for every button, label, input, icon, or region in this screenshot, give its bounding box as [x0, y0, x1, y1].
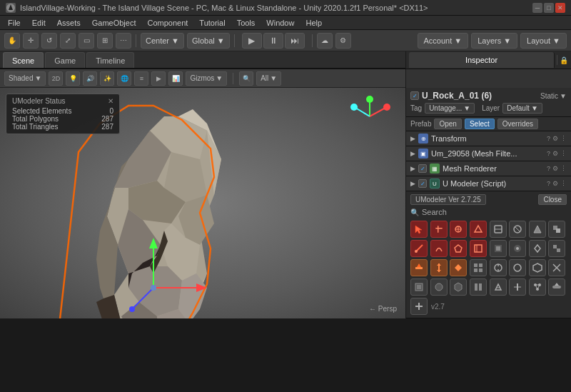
tool-5[interactable] [490, 221, 507, 238]
tool-17[interactable] [410, 259, 428, 276]
umodeler-header[interactable]: ▶ U U Modeler (Script) ? ⚙ ⋮ [406, 176, 571, 191]
custom-tool[interactable]: ⋯ [116, 33, 131, 49]
transform-menu[interactable]: ⋮ [560, 135, 567, 142]
space-dropdown[interactable]: Global ▼ [187, 33, 230, 49]
menu-component[interactable]: Component [142, 17, 193, 29]
tool-32[interactable] [548, 278, 565, 296]
mesh-renderer-checkbox[interactable] [418, 164, 427, 173]
transform-settings[interactable]: ⚙ [552, 135, 558, 142]
rotate-tool[interactable]: ↺ [41, 33, 57, 49]
mesh-filter-settings[interactable]: ⚙ [552, 150, 558, 157]
tool-10[interactable] [430, 240, 448, 257]
tool-15[interactable] [529, 240, 546, 257]
tool-27[interactable] [450, 278, 467, 296]
tool-2[interactable] [430, 221, 448, 238]
tool-21[interactable] [490, 259, 507, 276]
tag-dropdown[interactable]: Untagge... ▼ [425, 103, 475, 114]
tool-9[interactable] [410, 240, 428, 257]
tool-18[interactable] [430, 259, 448, 276]
tool-6[interactable] [509, 221, 526, 238]
fog-btn[interactable]: ≡ [134, 71, 148, 86]
rect-tool[interactable]: ▭ [79, 33, 94, 49]
2d-toggle[interactable]: 2D [49, 71, 63, 86]
scale-tool[interactable]: ⤢ [60, 33, 76, 49]
menu-tools[interactable]: Tools [232, 17, 261, 29]
maximize-button[interactable]: □ [544, 3, 554, 13]
tool-22[interactable] [509, 259, 526, 276]
shaded-dropdown[interactable]: Shaded ▼ [4, 71, 46, 86]
play-button[interactable]: ▶ [242, 33, 262, 49]
tool-25[interactable] [410, 278, 428, 296]
tab-timeline[interactable]: Timeline [86, 52, 134, 68]
mesh-renderer-menu[interactable]: ⋮ [560, 165, 567, 172]
mesh-filter-header[interactable]: ▶ ▣ Um_29058 (Mesh Filte... ? ⚙ ⋮ [406, 146, 571, 161]
inspector-tab[interactable]: Inspector [409, 52, 555, 68]
object-active-checkbox[interactable] [410, 91, 419, 100]
tool-12[interactable] [470, 240, 487, 257]
fx-btn[interactable]: ✨ [100, 71, 114, 86]
umodeler-checkbox[interactable] [418, 179, 427, 188]
tool-13[interactable] [490, 240, 507, 257]
tool-26[interactable] [430, 278, 448, 296]
tool-24[interactable] [548, 259, 565, 276]
hand-tool[interactable]: ✋ [4, 33, 20, 49]
tool-20[interactable] [470, 259, 487, 276]
tab-scene[interactable]: Scene [3, 52, 44, 68]
stats-btn[interactable]: 📊 [168, 71, 183, 86]
pause-button[interactable]: ⏸ [263, 33, 283, 49]
menu-gameobject[interactable]: GameObject [87, 17, 141, 29]
skybox-btn[interactable]: 🌐 [117, 71, 131, 86]
tool-4[interactable] [470, 221, 487, 238]
status-close[interactable]: ✕ [108, 97, 113, 105]
viewport[interactable]: UModeler Status ✕ Selected Elements 0 To… [0, 88, 405, 318]
anim-btn[interactable]: ▶ [151, 71, 166, 86]
collab-button[interactable]: ☁ [317, 33, 333, 49]
mesh-renderer-header[interactable]: ▶ ▦ Mesh Renderer ? ⚙ ⋮ [406, 161, 571, 176]
transform-header[interactable]: ▶ ⊕ Transform ? ⚙ ⋮ [406, 131, 571, 146]
menu-tutorial[interactable]: Tutorial [194, 17, 230, 29]
transform-help[interactable]: ? [547, 135, 550, 142]
mesh-renderer-help[interactable]: ? [547, 165, 550, 172]
menu-assets[interactable]: Assets [52, 17, 86, 29]
bottom-tool-1[interactable] [410, 298, 428, 315]
transform-tool[interactable]: ⊞ [97, 33, 113, 49]
tool-14[interactable] [509, 240, 526, 257]
move-tool[interactable]: ✛ [23, 33, 39, 49]
layout-button[interactable]: Layout ▼ [520, 33, 567, 49]
minimize-button[interactable]: ─ [532, 3, 542, 13]
search-btn[interactable]: 🔍 [239, 71, 253, 86]
umodeler-close-btn[interactable]: Close [538, 194, 567, 205]
tool-1[interactable] [410, 221, 428, 238]
tool-28[interactable] [470, 278, 487, 296]
tool-29[interactable] [490, 278, 507, 296]
tool-11[interactable] [450, 240, 467, 257]
menu-file[interactable]: File [3, 17, 26, 29]
umodeler-settings[interactable]: ⚙ [552, 180, 558, 187]
menu-help[interactable]: Help [300, 17, 327, 29]
umodeler-help[interactable]: ? [547, 180, 550, 187]
inspector-lock-icon[interactable]: 🔒 [560, 56, 568, 64]
account-button[interactable]: Account ▼ [418, 33, 469, 49]
audio-btn[interactable]: 🔊 [83, 71, 97, 86]
menu-window[interactable]: Window [261, 17, 299, 29]
gizmos-dropdown[interactable]: Gizmos ▼ [186, 71, 227, 86]
menu-edit[interactable]: Edit [27, 17, 51, 29]
prefab-open-btn[interactable]: Open [434, 119, 461, 129]
mesh-renderer-settings[interactable]: ⚙ [552, 165, 558, 172]
tool-7[interactable] [529, 221, 546, 238]
mesh-filter-menu[interactable]: ⋮ [560, 150, 567, 157]
mesh-filter-help[interactable]: ? [547, 150, 550, 157]
all-dropdown[interactable]: All ▼ [256, 71, 281, 86]
tool-3[interactable] [450, 221, 467, 238]
tool-31[interactable] [529, 278, 546, 296]
tool-19[interactable] [450, 259, 467, 276]
cloud-button[interactable]: ⚙ [335, 33, 351, 49]
tab-game[interactable]: Game [45, 52, 85, 68]
tool-23[interactable] [529, 259, 546, 276]
tool-8[interactable] [548, 221, 565, 238]
layers-button[interactable]: Layers ▼ [471, 33, 517, 49]
tool-30[interactable] [509, 278, 526, 296]
step-button[interactable]: ⏭ [285, 33, 305, 49]
umodeler-menu[interactable]: ⋮ [560, 180, 567, 187]
tool-16[interactable] [548, 240, 565, 257]
